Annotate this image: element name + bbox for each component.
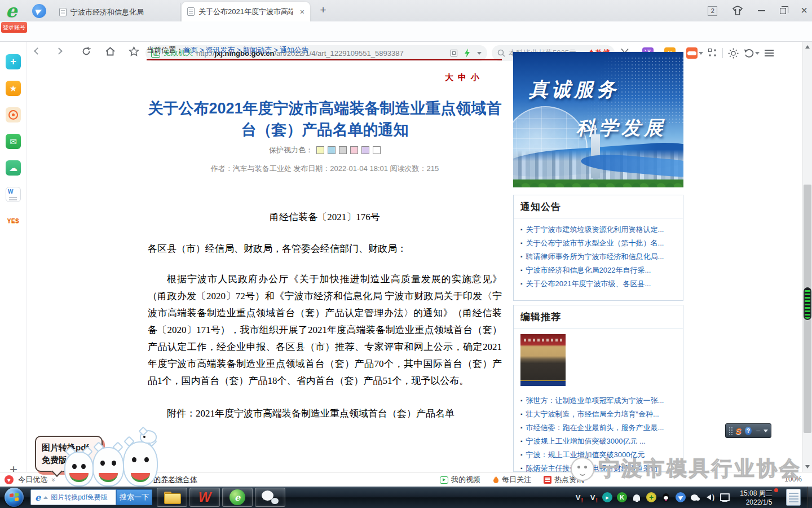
mascot-cats[interactable]: [61, 438, 160, 487]
eye-color-swatch[interactable]: [373, 146, 381, 154]
recommend-thumbnail-image[interactable]: [520, 334, 566, 386]
dropdown-caret-icon[interactable]: [699, 52, 703, 55]
help-icon[interactable]: ?: [745, 427, 752, 435]
tab-count-badge[interactable]: 2: [708, 6, 717, 16]
tab-ningbo-bureau[interactable]: 宁波市经济和信息化局: [54, 3, 180, 21]
service-banner-image[interactable]: 真诚服务 科学发展: [513, 52, 683, 187]
recommend-link[interactable]: 壮大宁波制造，市经信局全力培育“金种...: [520, 408, 677, 421]
drag-grip-icon[interactable]: [729, 427, 732, 435]
recommend-link[interactable]: 宁波：规上工业增加值突破3000亿元: [520, 448, 677, 462]
notice-link[interactable]: 关于公布2021年度宁波市级、各区县...: [520, 277, 677, 291]
history-undo-tool[interactable]: [744, 49, 760, 58]
restore-button[interactable]: [780, 8, 786, 14]
favorites-star-icon[interactable]: [6, 81, 21, 96]
network-icon[interactable]: [720, 492, 730, 502]
wechat-tray-icon[interactable]: [690, 492, 700, 502]
breadcrumb-link[interactable]: 通知公告: [280, 46, 309, 54]
taskbar-search-button[interactable]: 搜索一下: [116, 489, 152, 505]
taskbar-clock[interactable]: 15:08 周三 2022/1/5: [734, 488, 784, 507]
eye-color-swatch[interactable]: [316, 146, 324, 154]
notice-link[interactable]: 宁波市经济和信息化局2022年自行采...: [520, 264, 677, 277]
apps-grid-icon[interactable]: [708, 49, 717, 58]
minimize-button[interactable]: [758, 10, 765, 11]
weibo-icon[interactable]: [6, 107, 21, 122]
navigator-icon[interactable]: [32, 4, 46, 18]
refresh-icon[interactable]: [81, 46, 91, 56]
login-account-badge[interactable]: 登录账号: [1, 22, 27, 33]
snip-tool-bar[interactable]: S ?: [725, 423, 771, 438]
start-button[interactable]: [5, 488, 24, 507]
recommend-link[interactable]: 张世方：让制造业单项冠军成为宁波一张...: [520, 394, 677, 408]
eye-color-swatch[interactable]: [361, 146, 369, 154]
back-icon[interactable]: [34, 47, 41, 55]
collapse-chevron-icon[interactable]: [50, 478, 58, 482]
new-tab-button[interactable]: [317, 5, 329, 17]
notice-link[interactable]: 聘请律师事务所为宁波市经济和信息化局...: [520, 250, 677, 264]
pointer-icon[interactable]: [676, 492, 686, 502]
qq-icon[interactable]: [661, 492, 671, 502]
doc-icon[interactable]: [6, 187, 21, 202]
cloud-icon[interactable]: [6, 160, 21, 176]
scrollbar-grip[interactable]: [804, 287, 811, 320]
tab-close-icon[interactable]: ×: [300, 7, 304, 16]
plugin-icon[interactable]: [6, 54, 21, 69]
safe-plus-icon[interactable]: [646, 492, 656, 502]
daily-picks-label[interactable]: 今日优选: [18, 475, 47, 485]
mail-icon[interactable]: [6, 134, 21, 149]
breadcrumb-link[interactable]: 资讯发布: [206, 46, 235, 54]
notice-link[interactable]: 关于公布宁波市节水型企业（第十批）名...: [520, 237, 677, 250]
bell-icon[interactable]: [632, 492, 642, 502]
minimize-icon[interactable]: [756, 428, 760, 433]
eye-color-swatch[interactable]: [328, 146, 336, 154]
qr-code-icon[interactable]: [451, 50, 457, 56]
eye-color-swatch[interactable]: [339, 146, 347, 154]
scroll-down-icon[interactable]: [805, 465, 810, 468]
volume-icon[interactable]: [705, 492, 715, 502]
page-scrollbar[interactable]: [802, 42, 812, 472]
eye-color-swatch[interactable]: [350, 146, 358, 154]
yes-icon[interactable]: [6, 213, 21, 229]
taskbar-360browser-button[interactable]: e: [222, 488, 253, 507]
font-size-button[interactable]: 大: [445, 72, 454, 82]
attachment-line[interactable]: 附件：2021年度宁波市高端装备制造业重点领域首台（套）产品名单: [148, 405, 502, 422]
scrollbar-thumb[interactable]: [804, 185, 811, 433]
v-alert-icon[interactable]: [573, 492, 583, 502]
home-icon[interactable]: [105, 46, 116, 56]
brightness-icon[interactable]: [728, 48, 739, 59]
addr-dropdown-icon[interactable]: [477, 52, 482, 55]
browser-logo-icon[interactable]: e: [6, 0, 17, 21]
notice-link[interactable]: 关于宁波市建筑垃圾资源化利用资格认定...: [520, 223, 677, 237]
notes-tray-icon[interactable]: [786, 489, 801, 506]
skin-theme-icon[interactable]: [732, 6, 743, 16]
scroll-up-icon[interactable]: [805, 45, 810, 49]
daily-follow-button[interactable]: 每日关注: [493, 475, 531, 485]
font-size-button[interactable]: 中: [458, 72, 467, 82]
font-size-button[interactable]: 小: [471, 72, 480, 82]
recommend-link[interactable]: 宁波规上工业增加值突破3000亿元 ...: [520, 435, 677, 448]
teal-arrow-icon[interactable]: [602, 492, 612, 502]
close-window-button[interactable]: [801, 6, 807, 16]
taskbar-wps-button[interactable]: W: [189, 488, 220, 507]
menu-icon[interactable]: [765, 50, 774, 56]
green-k-icon[interactable]: [617, 492, 627, 502]
hot-news-button[interactable]: 热点资讯: [544, 475, 584, 485]
taskbar-explorer-button[interactable]: [157, 488, 187, 507]
breadcrumb-link[interactable]: 新闻动态: [242, 46, 272, 54]
lightning-icon[interactable]: [464, 49, 470, 58]
expand-caret-icon[interactable]: [764, 430, 768, 432]
taskbar-tool-field[interactable]: e 图片转换pdf免费版: [30, 489, 116, 505]
v-alert2-icon[interactable]: [588, 492, 598, 502]
zoom-level[interactable]: 100%: [784, 475, 802, 483]
favorite-star-icon[interactable]: [129, 46, 139, 56]
recommend-link[interactable]: 市经信委：跑在企业最前头，服务产业最...: [520, 421, 677, 435]
tab-active-article[interactable]: 关于公布2021年度宁波市高端装 ×: [182, 2, 310, 21]
my-videos-button[interactable]: 我的视频: [440, 475, 480, 485]
breadcrumb-link[interactable]: 首页: [183, 46, 198, 54]
show-desktop-button[interactable]: [807, 487, 812, 508]
forward-icon[interactable]: [55, 47, 63, 55]
game-center-tool[interactable]: [686, 47, 703, 59]
ad-link[interactable]: 的养老综合体: [153, 475, 197, 485]
taskbar-wechat-button[interactable]: [255, 488, 285, 507]
snip-logo-icon[interactable]: S: [736, 426, 742, 436]
dropdown-caret-icon[interactable]: [755, 52, 760, 55]
